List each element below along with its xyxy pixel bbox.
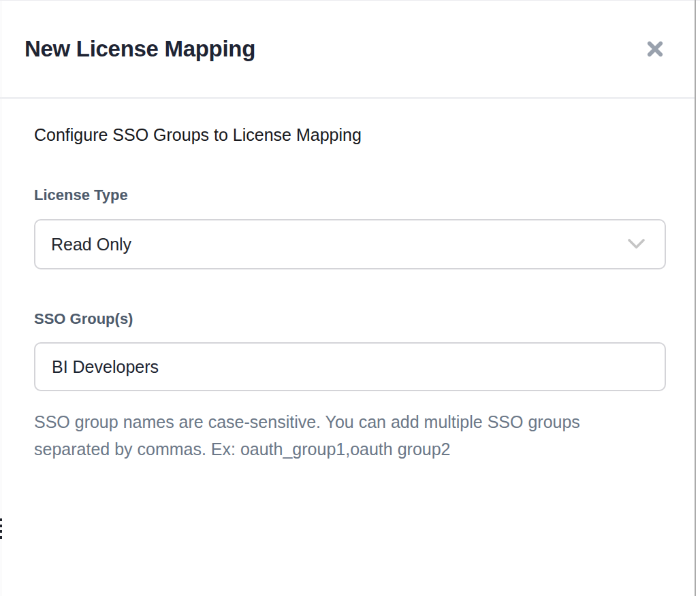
dialog-description: Configure SSO Groups to License Mapping: [34, 125, 661, 145]
background-page-fragment: [0, 518, 2, 539]
top-edge-hairline: [0, 0, 700, 1]
sso-groups-input[interactable]: [34, 342, 666, 391]
screen: New License Mapping Configure SSO Groups…: [0, 0, 700, 596]
dialog-title: New License Mapping: [25, 36, 255, 62]
close-icon: [646, 39, 665, 59]
modal-right-edge: [695, 0, 696, 596]
license-type-select[interactable]: Read Only: [34, 219, 666, 269]
license-type-label: License Type: [34, 186, 661, 204]
sso-groups-helper-text: SSO group names are case-sensitive. You …: [34, 408, 647, 463]
dialog-body: Configure SSO Groups to License Mapping …: [0, 125, 695, 463]
license-type-selected-value: Read Only: [51, 235, 131, 254]
chevron-down-icon: [627, 238, 646, 250]
dialog-header: New License Mapping: [0, 0, 695, 99]
sso-groups-label: SSO Group(s): [34, 310, 661, 328]
close-button[interactable]: [645, 39, 665, 59]
left-edge-hairline: [1, 0, 1, 596]
new-license-mapping-dialog: New License Mapping Configure SSO Groups…: [0, 0, 695, 596]
